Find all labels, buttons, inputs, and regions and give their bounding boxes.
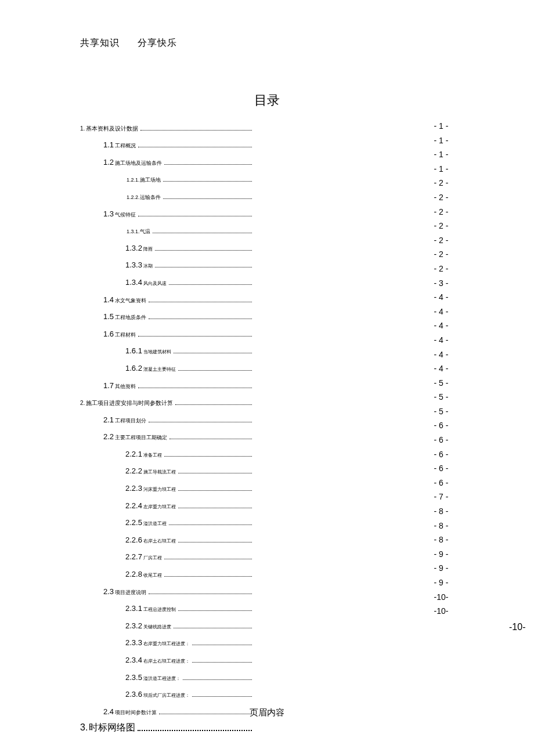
toc-text: 河床重力坝工程 <box>143 487 176 492</box>
toc-text: 风向及风速 <box>143 281 167 286</box>
toc-number: 2.2.5 <box>125 519 142 526</box>
toc-label: 2.2.1准备工程 <box>125 450 162 458</box>
toc-label: 2.3.4右岸土石坝工程进度： <box>125 656 190 664</box>
toc-row: 1.3.4风向及风速 <box>80 272 254 286</box>
toc-leader-dots <box>183 679 252 680</box>
toc-page-number: - 4 - <box>430 290 453 305</box>
toc-row: 1.2.1.施工场地 <box>80 169 254 183</box>
toc-leader-dots <box>178 610 252 611</box>
toc-number: 2.2.1 <box>125 450 142 458</box>
toc-row: 2.2.1准备工程 <box>80 443 254 458</box>
toc-text: 水文气象资料 <box>115 298 146 303</box>
toc-number: 3. <box>80 723 88 732</box>
toc-number: 1.3.2 <box>125 244 142 252</box>
toc-row: 1.6工程材料 <box>80 323 254 338</box>
toc-leader-dots <box>149 422 252 422</box>
toc-number: 1.6 <box>103 330 114 338</box>
toc-leader-dots <box>164 576 252 577</box>
toc-page-number: - 4 - <box>430 319 453 333</box>
toc-leader-dots <box>155 267 252 267</box>
toc-leader-dots <box>149 594 252 594</box>
toc-page-number: - 6 - <box>430 476 453 490</box>
toc-page-number: - 2 - <box>430 219 453 233</box>
toc-label: 2.2主要工程项目工期确定 <box>103 433 167 440</box>
toc-row: 2.3.4右岸土石坝工程进度： <box>80 649 254 664</box>
toc-text: 1.2.1.施工场地 <box>127 178 161 183</box>
toc-number: 1.5 <box>103 313 114 320</box>
toc-label: 2.2.2施工导截流工程 <box>125 467 176 475</box>
toc-label: 1.7其他资料 <box>103 382 136 389</box>
toc-leader-dots <box>178 542 252 542</box>
toc-number: 2. <box>80 400 85 406</box>
toc-leader-dots <box>138 336 252 337</box>
toc-text: 右岸土石坝工程进度： <box>143 659 190 664</box>
toc-leader-dots <box>178 473 252 473</box>
toc-label: 2.3.2关键线路进度 <box>125 622 171 630</box>
toc-label: 1.基本资料及设计数据 <box>80 126 138 132</box>
toc-label: 1.3.2降雨 <box>125 244 153 252</box>
toc-label: 1.2施工场地及运输条件 <box>103 158 162 166</box>
toc-leader-dots <box>138 216 252 216</box>
toc-label: 2.2.8收尾工程 <box>125 570 162 578</box>
toc-row: 1.2.2.运输条件 <box>80 186 254 200</box>
toc-number: 1.2 <box>103 158 114 166</box>
toc-leader-dots <box>164 456 252 457</box>
toc-label: 2.2.3河床重力坝工程 <box>125 484 176 492</box>
toc-row: 1.3.3冰期 <box>80 255 254 269</box>
toc-label: 2.施工项目进度安排与时间参数计算 <box>80 400 173 406</box>
toc-text: 降雨 <box>143 247 153 252</box>
toc-label: 1.6工程材料 <box>103 330 136 338</box>
toc-text: 准备工程 <box>143 453 162 458</box>
toc-page-number: - 2 - <box>430 205 453 219</box>
toc-page-number: -10- <box>430 590 453 605</box>
toc-label: 2.2.5溢洪道工程 <box>125 519 167 526</box>
toc-text: 施工项目进度安排与时间参数计算 <box>86 400 173 406</box>
toc-page-number: - 9 - <box>430 561 453 576</box>
toc-row: 1.3气候特征 <box>80 203 254 218</box>
toc-number: 2.3.5 <box>125 674 142 681</box>
extra-page-number: -10- <box>509 622 525 632</box>
toc-row: 2.2.7厂房工程 <box>80 547 254 561</box>
toc-text: 溢洪道工程 <box>143 522 167 526</box>
toc-leader-dots <box>169 525 252 525</box>
toc-label: 2.3.5溢洪道工程进度： <box>125 674 181 681</box>
toc-row: 2.1工程项目划分 <box>80 409 254 424</box>
toc-row: 2.3.2关键线路进度 <box>80 615 254 630</box>
toc-row: 3.时标网络图 <box>80 718 254 733</box>
toc-leader-dots <box>149 319 252 319</box>
toc-text: 右岸重力坝工程进度： <box>143 642 190 646</box>
toc-row: 2.2.3河床重力坝工程 <box>80 478 254 492</box>
toc-row: 1.4水文气象资料 <box>80 289 254 303</box>
toc-label: 2.3.3右岸重力坝工程进度： <box>125 639 190 646</box>
toc-text: 工程概况 <box>115 143 136 149</box>
toc-page-number: - 8 - <box>430 533 453 547</box>
toc-number: 2.3.2 <box>125 622 142 630</box>
toc-number: 1. <box>80 126 85 132</box>
toc-label: 2.2.7厂房工程 <box>125 553 162 560</box>
toc-leader-dots <box>163 198 252 199</box>
toc-leader-dots <box>164 559 252 559</box>
toc-text: 混凝土主要特征 <box>143 367 176 372</box>
toc-leader-dots <box>155 250 252 251</box>
toc-text: 主要工程项目工期确定 <box>115 435 167 440</box>
toc-row: 2.3.1工程总进度控制 <box>80 598 254 613</box>
toc-page-number: - 5 - <box>430 376 453 390</box>
page-number-column: - 1 -- 1 -- 1 -- 1 -- 2 -- 2 -- 2 -- 2 -… <box>430 119 453 632</box>
toc-number: 1.7 <box>103 382 114 389</box>
toc-page-number: - 2 - <box>430 176 453 190</box>
toc-label: 2.3项目进度说明 <box>103 588 146 595</box>
toc-number: 1.3 <box>103 210 114 218</box>
toc-page-number: - 1 - <box>430 133 453 148</box>
toc-text: 1.2.2.运输条件 <box>127 195 161 200</box>
toc-row: 2.2主要工程项目工期确定 <box>80 426 254 441</box>
toc-leader-dots <box>192 645 252 645</box>
toc-leader-dots <box>178 490 252 491</box>
toc-row: 1.6.2混凝土主要特征 <box>80 357 254 372</box>
toc-leader-dots <box>192 662 252 663</box>
toc-label: 1.3.3冰期 <box>125 261 153 269</box>
toc-text: 气候特征 <box>115 212 136 218</box>
toc-number: 2.3.1 <box>125 605 142 612</box>
toc-leader-dots <box>149 302 252 302</box>
toc-page-number: - 2 - <box>430 247 453 262</box>
toc-page-number: - 2 - <box>430 190 453 205</box>
